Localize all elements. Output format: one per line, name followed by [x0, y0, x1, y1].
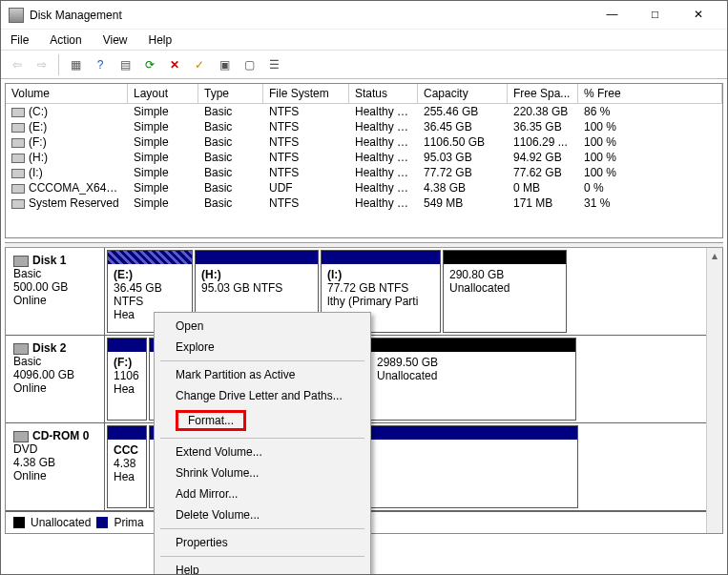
- disk-type: Basic: [13, 267, 41, 280]
- view-list-icon[interactable]: ▦: [65, 54, 86, 75]
- minimize-button[interactable]: —: [591, 1, 634, 29]
- volume-header-row: Volume Layout Type File System Status Ca…: [6, 84, 722, 104]
- partition-bar: [108, 426, 146, 440]
- volume-row[interactable]: (F:)SimpleBasicNTFSHealthy (P...1106.50 …: [6, 134, 722, 150]
- ctx-format[interactable]: Format...: [156, 406, 368, 435]
- menu-file[interactable]: File: [7, 31, 32, 49]
- col-layout[interactable]: Layout: [128, 84, 198, 104]
- separator: [160, 438, 364, 439]
- refresh-icon[interactable]: ⟳: [139, 54, 160, 75]
- legend-swatch-primary: [96, 517, 108, 528]
- partition-line2: Hea: [114, 382, 135, 396]
- partition[interactable]: (F:)1106Hea: [107, 338, 147, 421]
- col-free[interactable]: Free Spa...: [508, 84, 578, 104]
- col-capacity[interactable]: Capacity: [418, 84, 508, 104]
- drive-icon: [11, 199, 25, 209]
- vol-pctfree: 100 %: [578, 134, 668, 150]
- check-icon[interactable]: ✓: [189, 54, 210, 75]
- ctx-help[interactable]: Help: [156, 560, 368, 575]
- delete-icon[interactable]: ✕: [164, 54, 185, 75]
- drive-icon: [11, 154, 25, 163]
- maximize-button[interactable]: □: [634, 1, 676, 29]
- vol-free: 94.92 GB: [508, 150, 578, 165]
- vol-name: (E:): [29, 120, 47, 133]
- partition-line1: 2989.50 GB: [377, 356, 438, 369]
- ctx-extend[interactable]: Extend Volume...: [156, 442, 368, 462]
- ctx-add-mirror[interactable]: Add Mirror...: [156, 483, 368, 504]
- separator: [160, 528, 364, 529]
- vol-pctfree: 0 %: [578, 180, 668, 195]
- partition-line1: 95.03 GB NTFS: [201, 281, 282, 295]
- volume-row[interactable]: CCCOMA_X64FRE...SimpleBasicUDFHealthy (P…: [6, 180, 722, 195]
- disk-state: Online: [13, 469, 47, 483]
- disk-state: Online: [13, 381, 47, 395]
- vol-name: (H:): [29, 151, 48, 164]
- ctx-shrink[interactable]: Shrink Volume...: [156, 462, 368, 483]
- close-button[interactable]: ✕: [676, 1, 719, 29]
- disk-icon: [13, 431, 29, 442]
- vol-name: (C:): [29, 105, 48, 118]
- forward-button[interactable]: ⇨: [31, 54, 52, 75]
- disk-size: 500.00 GB: [13, 280, 68, 294]
- legend-swatch-unallocated: [13, 517, 25, 528]
- partition-bar: [444, 251, 566, 264]
- menu-view[interactable]: View: [99, 31, 132, 49]
- disk-info[interactable]: CD-ROM 0DVD4.38 GBOnline: [6, 423, 105, 510]
- partition[interactable]: 2989.50 GBUnallocated: [370, 338, 576, 421]
- vol-status: Healthy (P...: [349, 150, 418, 165]
- volume-row[interactable]: (I:)SimpleBasicNTFSHealthy (P...77.72 GB…: [6, 165, 722, 180]
- context-menu: Open Explore Mark Partition as Active Ch…: [154, 312, 371, 575]
- vol-type: Basic: [198, 195, 263, 211]
- menu-help[interactable]: Help: [145, 31, 177, 49]
- ctx-properties[interactable]: Properties: [156, 532, 368, 553]
- partition-line2: Hea: [114, 470, 135, 483]
- col-pctfree[interactable]: % Free: [578, 84, 722, 104]
- col-type[interactable]: Type: [198, 84, 263, 104]
- vol-fs: NTFS: [263, 119, 349, 134]
- action1-icon[interactable]: ▣: [214, 54, 235, 75]
- view-tiles-icon[interactable]: ▤: [114, 54, 135, 75]
- vol-layout: Simple: [128, 104, 198, 119]
- volume-row[interactable]: (E:)SimpleBasicNTFSHealthy (P...36.45 GB…: [6, 119, 722, 134]
- separator: [160, 556, 364, 557]
- drive-icon: [11, 169, 25, 178]
- vol-type: Basic: [198, 104, 263, 119]
- vol-layout: Simple: [128, 180, 198, 195]
- disk-label: Disk 2: [32, 341, 66, 355]
- partition-line2: Unallocated: [377, 369, 437, 382]
- help-icon[interactable]: ?: [90, 54, 111, 75]
- menu-action[interactable]: Action: [46, 31, 85, 49]
- col-volume[interactable]: Volume: [6, 84, 128, 104]
- vol-status: Healthy (S...: [349, 195, 418, 211]
- properties-icon[interactable]: ☰: [263, 54, 284, 75]
- vol-free: 36.35 GB: [508, 119, 578, 134]
- legend-unallocated: Unallocated: [31, 516, 91, 529]
- action2-icon[interactable]: ▢: [239, 54, 260, 75]
- vol-status: Healthy (P...: [349, 134, 418, 150]
- ctx-mark-active[interactable]: Mark Partition as Active: [156, 364, 368, 385]
- partition-title: CCC: [114, 443, 138, 457]
- back-button[interactable]: ⇦: [7, 54, 28, 75]
- ctx-explore[interactable]: Explore: [156, 337, 368, 358]
- vol-name: System Reserved: [29, 196, 119, 210]
- volume-row[interactable]: (C:)SimpleBasicNTFSHealthy (B...255.46 G…: [6, 104, 722, 119]
- disk-size: 4.38 GB: [13, 456, 55, 469]
- disk-info[interactable]: Disk 2Basic4096.00 GBOnline: [6, 336, 105, 422]
- partition-title: (E:): [114, 268, 133, 281]
- ctx-delete[interactable]: Delete Volume...: [156, 504, 368, 525]
- volume-row[interactable]: (H:)SimpleBasicNTFSHealthy (P...95.03 GB…: [6, 150, 722, 165]
- vol-name: CCCOMA_X64FRE...: [29, 181, 128, 195]
- scrollbar[interactable]: ▴: [706, 248, 722, 533]
- partition[interactable]: CCC4.38Hea: [107, 425, 147, 508]
- partition[interactable]: 290.80 GBUnallocated: [443, 250, 567, 333]
- col-filesystem[interactable]: File System: [263, 84, 349, 104]
- volume-row[interactable]: System ReservedSimpleBasicNTFSHealthy (S…: [6, 195, 722, 211]
- partition-bar: [322, 251, 440, 264]
- partition-line1: 77.72 GB NTFS: [327, 281, 408, 295]
- scroll-up-icon[interactable]: ▴: [707, 248, 722, 264]
- disk-info[interactable]: Disk 1Basic500.00 GBOnline: [6, 248, 105, 335]
- ctx-open[interactable]: Open: [156, 316, 368, 337]
- ctx-change-letter[interactable]: Change Drive Letter and Paths...: [156, 385, 368, 406]
- col-status[interactable]: Status: [349, 84, 418, 104]
- vol-status: Healthy (P...: [349, 119, 418, 134]
